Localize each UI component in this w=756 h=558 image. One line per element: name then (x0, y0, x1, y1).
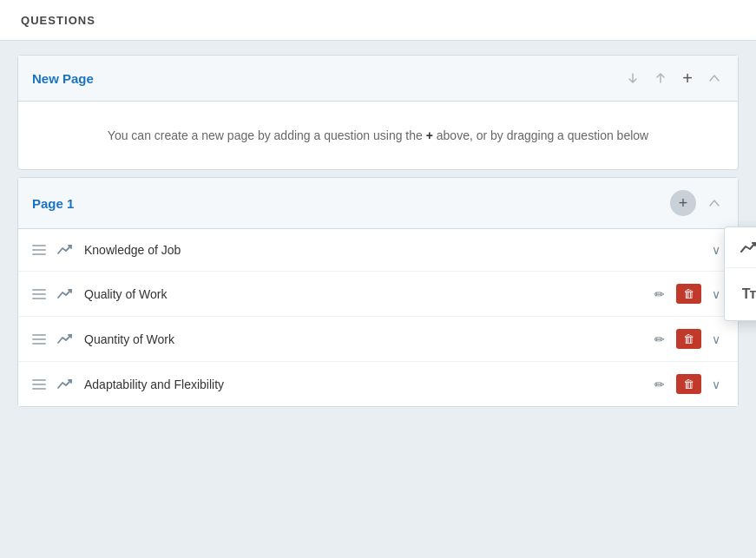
page-title: QUESTIONS (21, 14, 95, 27)
drag-handle[interactable] (32, 334, 46, 345)
row-actions: ✏ 🗑 ∨ (650, 374, 724, 394)
drag-handle[interactable] (32, 245, 46, 255)
question-row: Quality of Work ✏ 🗑 ∨ (18, 272, 738, 317)
scoring-icon (56, 332, 74, 346)
scoring-icon (56, 243, 74, 257)
drag-handle[interactable] (32, 289, 46, 299)
scoring-option-icon (739, 240, 756, 255)
new-page-title: New Page (32, 71, 623, 86)
page1-actions: + (670, 190, 724, 216)
question-edit-button[interactable]: ✏ (650, 330, 669, 349)
question-row: Quantity of Work ✏ 🗑 ∨ (18, 317, 738, 362)
row-actions: ✏ 🗑 ∨ (650, 329, 724, 349)
question-delete-button[interactable]: 🗑 (676, 284, 701, 304)
dropdown-popup: Add question with scoring Tт Add questio… (724, 226, 756, 321)
question-expand-button[interactable]: ∨ (708, 286, 724, 303)
question-label: Quantity of Work (84, 332, 640, 346)
scoring-icon (56, 287, 74, 301)
drag-handle[interactable] (32, 379, 46, 390)
question-delete-button[interactable]: 🗑 (676, 374, 701, 394)
page1-section-header: Page 1 + (18, 178, 738, 229)
question-expand-button[interactable]: ∨ (708, 376, 724, 393)
text-response-option-icon: Tт (739, 286, 756, 302)
question-row: Adaptability and Flexibility ✏ 🗑 ∨ (18, 362, 738, 406)
row-actions: ∨ (708, 241, 724, 259)
new-page-up-button[interactable] (651, 70, 670, 86)
question-label: Adaptability and Flexibility (84, 377, 640, 391)
add-scoring-item[interactable]: Add question with scoring (725, 227, 756, 268)
scoring-icon (56, 377, 74, 391)
question-edit-button[interactable]: ✏ (650, 375, 669, 394)
new-page-section: New Page + (17, 55, 739, 170)
question-expand-button[interactable]: ∨ (708, 331, 724, 348)
new-page-collapse-button[interactable] (705, 72, 724, 84)
question-delete-button[interactable]: 🗑 (676, 329, 701, 349)
new-page-down-button[interactable] (623, 70, 642, 86)
question-expand-button[interactable]: ∨ (708, 241, 724, 259)
page1-section: Page 1 + (17, 177, 739, 407)
add-text-response-item[interactable]: Tт Add question with text response (725, 268, 756, 320)
new-page-body: You can create a new page by adding a qu… (18, 102, 738, 169)
page1-add-button[interactable]: + (670, 190, 696, 216)
row-actions: ✏ 🗑 ∨ (650, 284, 724, 304)
page1-collapse-button[interactable] (705, 197, 724, 209)
new-page-add-button[interactable]: + (679, 68, 696, 89)
question-label: Knowledge of Job (84, 243, 698, 257)
question-label: Quality of Work (84, 287, 640, 301)
new-page-section-header: New Page + (18, 56, 738, 102)
page1-title: Page 1 (32, 196, 670, 211)
question-row: Knowledge of Job ∨ (18, 229, 738, 272)
question-edit-button[interactable]: ✏ (650, 285, 669, 304)
question-list: Knowledge of Job ∨ Quality of Work (18, 229, 738, 406)
new-page-actions: + (623, 68, 724, 89)
page-header: QUESTIONS (0, 0, 756, 41)
new-page-body-text: You can create a new page by adding a qu… (108, 128, 648, 142)
main-content: New Page + (0, 41, 756, 558)
